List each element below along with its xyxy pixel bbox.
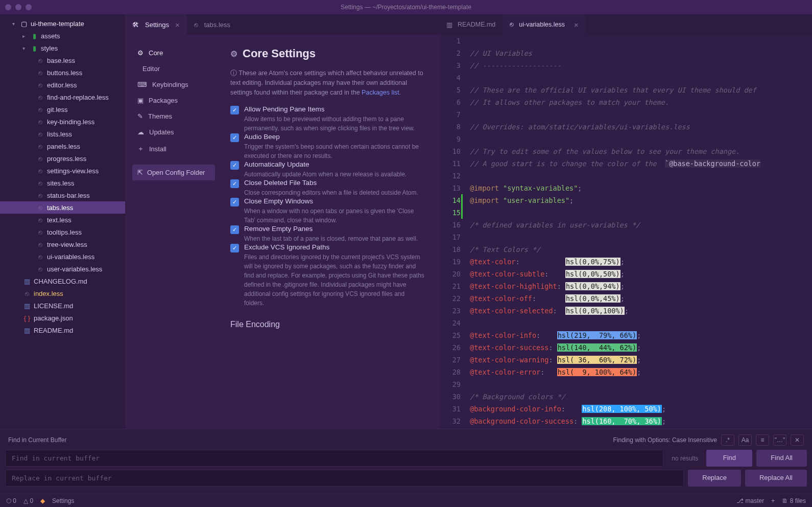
tree-file[interactable]: ⎋key-binding.less: [0, 116, 125, 128]
setting-item: ✓ Automatically Update Automatically upd…: [230, 160, 425, 179]
settings-nav-item[interactable]: ⚙Core: [132, 45, 215, 61]
info-icon: ⓘ: [230, 70, 237, 77]
less-file-icon: ⎋: [36, 179, 45, 187]
tree-file[interactable]: ⎋ui-variables.less: [0, 250, 125, 263]
tree-file[interactable]: ⎋base.less: [0, 54, 125, 66]
checkbox[interactable]: ✓: [230, 133, 239, 142]
less-file-icon: ⎋: [36, 167, 45, 175]
gutter: 1234567891011121314151617181920212223242…: [439, 35, 468, 429]
deprecation-count[interactable]: ⬡ 0: [6, 497, 16, 504]
less-file-icon: ⎋: [36, 253, 45, 261]
tree-file[interactable]: ⎋status-bar.less: [0, 189, 125, 201]
setting-description: Close corresponding editors when a file …: [244, 188, 425, 197]
tab[interactable]: 🛠Settings×: [125, 14, 187, 35]
settings-nav-item[interactable]: ＋Install: [132, 140, 215, 157]
tree-file[interactable]: ⎋user-variables.less: [0, 263, 125, 275]
checkbox[interactable]: ✓: [230, 161, 239, 170]
less-file-icon: ⎋: [22, 290, 32, 297]
tree-file[interactable]: ⎋find-and-replace.less: [0, 91, 125, 103]
replace-all-button[interactable]: Replace All: [745, 470, 807, 487]
selection-option[interactable]: ≡: [756, 434, 769, 446]
status-bar: ⬡ 0 △ 0 ◆ Settings ⎇ master + 🗎 8 files: [0, 494, 812, 507]
checkbox[interactable]: ✓: [230, 244, 239, 252]
find-options-label: Finding with Options: Case Insensitive: [613, 436, 717, 444]
settings-nav-item[interactable]: ⌨Keybindings: [132, 77, 215, 93]
tab[interactable]: ⎋tabs.less: [187, 14, 237, 35]
tree-file[interactable]: ⎋buttons.less: [0, 66, 125, 79]
error-count[interactable]: △ 0: [23, 497, 33, 504]
tree-file[interactable]: { }package.json: [0, 312, 125, 324]
folder-icon: ▮: [30, 32, 39, 40]
settings-title: ⚙ Core Settings: [230, 47, 425, 60]
tree-file[interactable]: ⎋tooltips.less: [0, 226, 125, 238]
checkbox[interactable]: ✓: [230, 106, 239, 114]
git-files[interactable]: 🗎 8 files: [782, 497, 806, 504]
find-button[interactable]: Find: [706, 450, 752, 467]
setting-label: Audio Beep: [244, 133, 425, 141]
tree-folder[interactable]: ▸▮assets: [0, 30, 125, 42]
md-file-icon: ▥: [22, 302, 32, 310]
less-file-icon: ⎋: [36, 118, 45, 126]
find-input[interactable]: [5, 450, 663, 467]
replace-button[interactable]: Replace: [688, 470, 741, 487]
git-branch[interactable]: ⎇ master: [736, 497, 764, 504]
checkbox[interactable]: ✓: [230, 198, 239, 206]
git-diff[interactable]: +: [771, 497, 775, 504]
settings-nav-item[interactable]: Editor: [132, 61, 215, 77]
tree-file[interactable]: ▥LICENSE.md: [0, 299, 125, 312]
tree-file[interactable]: ▥README.md: [0, 324, 125, 336]
tree-file[interactable]: ⎋index.less: [0, 287, 125, 299]
setting-description: Allow items to be previewed without addi…: [244, 114, 425, 133]
settings-nav-item[interactable]: ▣Packages: [132, 93, 215, 108]
setting-item: ✓ Remove Empty Panes When the last tab o…: [230, 225, 425, 243]
replace-input[interactable]: [5, 470, 684, 487]
tree-file[interactable]: ⎋editor.less: [0, 79, 125, 91]
tab[interactable]: ▥README.md: [439, 14, 503, 35]
tools-icon: 🛠: [132, 21, 139, 29]
less-icon: ⎋: [194, 21, 198, 29]
tree-file[interactable]: ⎋sites.less: [0, 177, 125, 189]
package-icon: ▣: [137, 97, 144, 104]
code[interactable]: // UI Variables// ------------------- //…: [468, 35, 812, 429]
tree-file[interactable]: ▥CHANGELOG.md: [0, 275, 125, 287]
editor[interactable]: 1234567891011121314151617181920212223242…: [439, 35, 812, 429]
tab[interactable]: ⎋ui-variables.less×: [503, 14, 585, 35]
regex-option[interactable]: .*: [721, 434, 734, 446]
tree-file[interactable]: ⎋text.less: [0, 214, 125, 226]
close-icon[interactable]: ×: [175, 20, 180, 29]
open-config-folder-button[interactable]: ⇱ Open Config Folder: [132, 165, 215, 180]
tree-file[interactable]: ⎋tree-view.less: [0, 238, 125, 250]
checkbox[interactable]: ✓: [230, 179, 239, 188]
checkbox[interactable]: ✓: [230, 225, 239, 234]
setting-label: Exclude VCS Ignored Paths: [244, 243, 425, 251]
setting-item: ✓ Allow Pending Pane Items Allow items t…: [230, 105, 425, 133]
settings-nav-item[interactable]: ✎Themes: [132, 108, 215, 124]
tree-folder[interactable]: ▾▮styles: [0, 42, 125, 54]
less-file-icon: ⎋: [36, 204, 45, 212]
close-find-panel[interactable]: ✕: [791, 434, 804, 446]
tree-file[interactable]: ⎋lists.less: [0, 128, 125, 140]
find-all-button[interactable]: Find All: [756, 450, 807, 467]
less-file-icon: ⎋: [36, 216, 45, 224]
close-icon[interactable]: ×: [574, 20, 579, 29]
grammar-label[interactable]: Settings: [52, 497, 74, 504]
settings-content[interactable]: ⚙ Core Settings ⓘ These are Atom's core …: [222, 35, 439, 429]
brush-icon: ✎: [137, 112, 143, 120]
tree-file[interactable]: ⎋tabs.less: [0, 201, 125, 214]
settings-nav-item[interactable]: ☁Updates: [132, 124, 215, 140]
tree-view[interactable]: ▾ ▢ ui-theme-template ▸▮assets▾▮styles ⎋…: [0, 14, 125, 429]
tree-file[interactable]: ⎋git.less: [0, 103, 125, 116]
case-option[interactable]: Aa: [738, 434, 752, 446]
editor-tabbar: ▥README.md⎋ui-variables.less×: [439, 14, 812, 35]
tree-file[interactable]: ⎋panels.less: [0, 140, 125, 152]
find-header-label: Find in Current Buffer: [8, 436, 67, 444]
md-file-icon: ▥: [446, 21, 452, 29]
setting-item: ✓ Close Deleted File Tabs Close correspo…: [230, 179, 425, 197]
packages-list-link[interactable]: Packages list: [362, 89, 399, 96]
project-root[interactable]: ▾ ▢ ui-theme-template: [0, 17, 125, 30]
tree-file[interactable]: ⎋settings-view.less: [0, 165, 125, 177]
whole-word-option[interactable]: "…": [773, 434, 786, 446]
less-file-icon: ⎋: [36, 69, 45, 77]
setting-description: When the last tab of a pane is closed, r…: [244, 234, 425, 243]
tree-file[interactable]: ⎋progress.less: [0, 152, 125, 165]
